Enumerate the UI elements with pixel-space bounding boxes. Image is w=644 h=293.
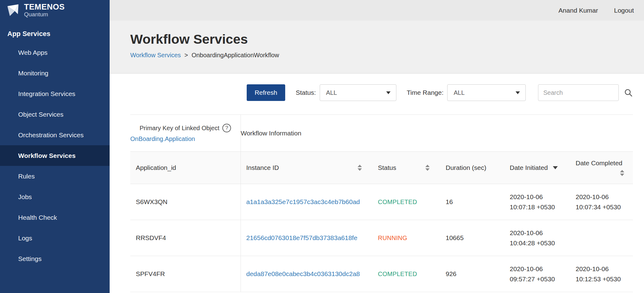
cell-date-completed: 2020-10-06 10:07:34 +0530: [570, 184, 633, 220]
instance-id-link[interactable]: a1a1a3a325e7c1957c3ac3c4eb7b60ad: [246, 198, 360, 205]
sidebar-item-jobs[interactable]: Jobs: [0, 187, 110, 207]
primary-key-object-link[interactable]: OnBoarding.Application: [130, 135, 241, 142]
sidebar-item-web-apps[interactable]: Web Apps: [0, 42, 110, 63]
cell-date-completed: 2020-10-06 10:12:53 +0530: [570, 256, 633, 292]
status-badge: COMPLETED: [372, 184, 440, 220]
brand-name: TEMENOS: [24, 3, 65, 11]
status-select[interactable]: ALL: [320, 84, 396, 101]
cell-application-id: SPFV4FR: [130, 256, 241, 292]
help-icon[interactable]: ?: [222, 124, 231, 132]
page-title: Workflow Services: [130, 32, 644, 47]
sort-desc-icon[interactable]: [553, 166, 558, 169]
sidebar-item-integration-services[interactable]: Integration Services: [0, 83, 110, 104]
temenos-quantum-logo: TEMENOS Quantum: [0, 0, 110, 21]
breadcrumb-separator: >: [184, 52, 188, 58]
sidebar-item-orchestration-services[interactable]: Orchestration Services: [0, 125, 110, 145]
sidebar-item-workflow-services[interactable]: Workflow Services: [0, 145, 110, 166]
instance-id-link[interactable]: deda87e08e0cabec3b4c0363130dc2a8: [246, 270, 360, 277]
sidebar-item-monitoring[interactable]: Monitoring: [0, 63, 110, 83]
main-column: Anand Kumar Logout Workflow Services Wor…: [110, 0, 644, 293]
sort-arrows-icon[interactable]: [425, 165, 430, 171]
primary-key-header-cell: Primary Key of Linked Object ? OnBoardin…: [130, 115, 241, 152]
cell-duration: 10665: [440, 220, 504, 256]
cell-date-initiated: 2020-10-06 10:07:18 +0530: [504, 184, 570, 220]
sidebar-item-rules[interactable]: Rules: [0, 166, 110, 187]
sidebar-item-logs[interactable]: Logs: [0, 228, 110, 248]
table-row: RRSDVF4 21656cd0763018e7f57db37383a618fe…: [130, 220, 633, 256]
cell-date-completed: [570, 220, 633, 256]
product-name: Quantum: [24, 11, 65, 18]
table-row: SPFV4FR deda87e08e0cabec3b4c0363130dc2a8…: [130, 256, 633, 292]
table-row: S6WX3QN a1a1a3a325e7c1957c3ac3c4eb7b60ad…: [130, 184, 633, 220]
workflow-table: Primary Key of Linked Object ? OnBoardin…: [130, 114, 633, 292]
sidebar-item-object-services[interactable]: Object Services: [0, 104, 110, 125]
column-header-status[interactable]: Status: [372, 152, 440, 184]
cell-application-id: RRSDVF4: [130, 220, 241, 256]
column-header-application-id: Application_id: [130, 152, 241, 184]
breadcrumb: Workflow Services > OnboardingApplicatio…: [130, 52, 644, 59]
cell-application-id: S6WX3QN: [130, 184, 241, 220]
sidebar-nav: Web Apps Monitoring Integration Services…: [0, 42, 110, 269]
table-column-header-row: Application_id Instance ID Status: [130, 152, 633, 184]
instance-id-link[interactable]: 21656cd0763018e7f57db37383a618fe: [246, 234, 358, 241]
sidebar-item-settings[interactable]: Settings: [0, 248, 110, 269]
column-header-date-initiated[interactable]: Date Initiated: [504, 152, 570, 184]
breadcrumb-parent-link[interactable]: Workflow Services: [130, 52, 181, 58]
caret-down-icon: [516, 91, 520, 94]
toolbar: Refresh Status: ALL Time Range: ALL: [130, 84, 633, 101]
sidebar-section-title: App Services: [0, 21, 110, 42]
page-head: Workflow Services Workflow Services > On…: [110, 21, 644, 74]
content-area: Refresh Status: ALL Time Range: ALL: [110, 74, 644, 293]
temenos-logo-icon: [6, 3, 20, 18]
status-select-value: ALL: [326, 89, 337, 96]
user-menu[interactable]: Anand Kumar: [558, 7, 598, 14]
sidebar-item-health-check[interactable]: Health Check: [0, 207, 110, 228]
status-filter-label: Status:: [296, 89, 316, 96]
search-icon[interactable]: [624, 88, 633, 97]
sort-arrows-icon[interactable]: [620, 170, 624, 176]
time-range-select-value: ALL: [454, 89, 465, 96]
refresh-button[interactable]: Refresh: [247, 84, 286, 101]
caret-down-icon: [386, 91, 391, 94]
time-range-select[interactable]: ALL: [447, 84, 526, 101]
primary-key-title: Primary Key of Linked Object: [140, 125, 219, 132]
cell-duration: 926: [440, 256, 504, 292]
search-box: [538, 84, 633, 101]
cell-duration: 16: [440, 184, 504, 220]
logo-text: TEMENOS Quantum: [24, 3, 65, 18]
topbar: Anand Kumar Logout: [110, 0, 644, 21]
search-input[interactable]: [538, 84, 619, 101]
cell-date-initiated: 2020-10-06 10:04:28 +0530: [504, 220, 570, 256]
time-range-label: Time Range:: [407, 89, 444, 96]
status-badge: RUNNING: [372, 220, 440, 256]
cell-date-initiated: 2020-10-06 09:57:27 +0530: [504, 256, 570, 292]
status-badge: COMPLETED: [372, 256, 440, 292]
sidebar: TEMENOS Quantum App Services Web Apps Mo…: [0, 0, 110, 293]
app-window: TEMENOS Quantum App Services Web Apps Mo…: [0, 0, 644, 293]
table-group-header-row: Primary Key of Linked Object ? OnBoardin…: [130, 115, 633, 152]
breadcrumb-current: OnboardingApplicationWorkflow: [192, 52, 279, 58]
column-header-date-completed[interactable]: Date Completed: [570, 152, 633, 184]
sort-arrows-icon[interactable]: [358, 165, 362, 171]
column-header-instance-id[interactable]: Instance ID: [241, 152, 372, 184]
column-header-duration: Duration (sec): [440, 152, 504, 184]
workflow-information-header: Workflow Information: [241, 115, 633, 152]
logout-link[interactable]: Logout: [614, 7, 634, 14]
